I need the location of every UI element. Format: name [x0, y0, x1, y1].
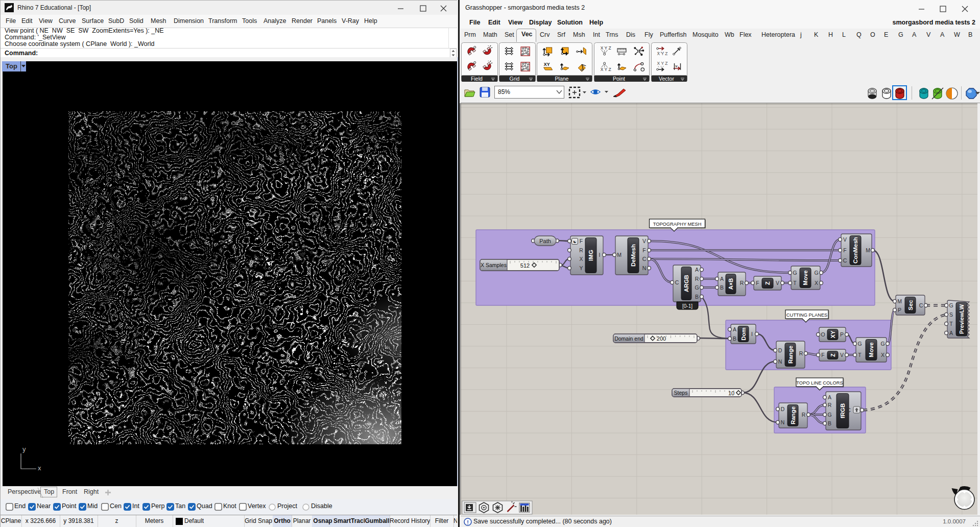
svg-text:y: y: [22, 445, 26, 453]
svg-text:D: D: [781, 406, 785, 412]
svg-text:Steps: Steps: [674, 390, 688, 396]
svg-text:Grid: Grid: [510, 76, 520, 82]
svg-text:X: X: [579, 256, 583, 262]
svg-text:G: G: [814, 270, 818, 276]
svg-text:C: C: [675, 279, 679, 285]
svg-text:X Samples: X Samples: [481, 262, 507, 268]
svg-text:X Y Z: X Y Z: [601, 45, 611, 51]
svg-text:C: C: [642, 256, 647, 262]
svg-text:S: S: [949, 312, 953, 318]
svg-text:Plane: Plane: [555, 76, 569, 82]
svg-text:F: F: [756, 280, 759, 286]
svg-text:G: G: [880, 341, 885, 347]
svg-text:N: N: [642, 265, 647, 271]
svg-text:[0-1]: [0-1]: [682, 303, 692, 309]
svg-text:O: O: [821, 331, 825, 338]
svg-text:D: D: [778, 347, 782, 353]
svg-text:Range: Range: [790, 406, 796, 424]
svg-text:B: B: [720, 284, 724, 291]
svg-text:10: 10: [728, 390, 734, 396]
svg-text:F: F: [642, 247, 646, 253]
svg-text:G: G: [857, 341, 862, 347]
svg-text:X: X: [815, 280, 818, 286]
svg-text:Field: Field: [471, 76, 483, 82]
svg-text:X Y Z: X Y Z: [657, 61, 668, 66]
svg-text:Range: Range: [787, 346, 794, 364]
svg-text:C: C: [847, 407, 851, 413]
svg-text:X Y Z: X Y Z: [601, 67, 611, 72]
svg-text:☯: ☯: [573, 239, 577, 244]
svg-text:B: B: [828, 420, 831, 426]
svg-text:Z: Z: [830, 353, 836, 357]
svg-text:P: P: [898, 307, 901, 313]
svg-text:Y: Y: [579, 265, 583, 271]
svg-text:ConMesh: ConMesh: [852, 237, 858, 264]
svg-text:I: I: [599, 252, 601, 258]
svg-text:C: C: [919, 302, 923, 308]
svg-text:ARGB: ARGB: [683, 275, 689, 292]
svg-text:V: V: [776, 280, 779, 286]
svg-text:R: R: [799, 350, 803, 356]
svg-text:G: G: [793, 270, 797, 276]
svg-text:M: M: [866, 247, 870, 253]
svg-text:T: T: [858, 352, 862, 358]
svg-text:X Y Z: X Y Z: [657, 51, 668, 56]
svg-text:DeMesh: DeMesh: [630, 244, 636, 267]
svg-text:Point: Point: [613, 76, 625, 82]
svg-text:B: B: [695, 294, 699, 300]
svg-text:P: P: [840, 331, 844, 338]
svg-text:R: R: [695, 276, 699, 282]
svg-text:G: G: [827, 412, 831, 418]
svg-text:TOPOGRAPHY MESH: TOPOGRAPHY MESH: [653, 222, 702, 227]
svg-text:N: N: [781, 419, 785, 425]
svg-text:A: A: [695, 267, 699, 273]
svg-text:N: N: [778, 358, 782, 365]
svg-text:F: F: [821, 352, 824, 358]
svg-text:T: T: [793, 280, 797, 286]
svg-text:Z: Z: [764, 281, 771, 285]
svg-text:M: M: [617, 252, 622, 258]
svg-text:XY: XY: [544, 62, 550, 67]
svg-text:XY: XY: [830, 330, 836, 338]
svg-text:G: G: [949, 302, 953, 308]
svg-text:R: R: [740, 280, 744, 286]
svg-text:R: R: [802, 412, 806, 418]
svg-text:F: F: [580, 238, 583, 244]
svg-text:I: I: [751, 331, 753, 337]
svg-text:PreviewLW: PreviewLW: [959, 304, 965, 334]
svg-text:V: V: [642, 238, 646, 244]
svg-text:A: A: [828, 394, 831, 400]
svg-text:512: 512: [520, 262, 530, 269]
svg-text:C: C: [843, 257, 847, 264]
svg-text:A×B: A×B: [728, 278, 734, 290]
svg-text:M: M: [897, 298, 902, 304]
svg-text:Move: Move: [868, 342, 874, 357]
svg-text:A: A: [733, 326, 736, 332]
svg-text:!: !: [467, 519, 469, 525]
svg-text:B: B: [733, 336, 736, 342]
svg-text:CUTTING PLANES: CUTTING PLANES: [786, 313, 828, 318]
svg-text:IMG: IMG: [588, 250, 594, 261]
svg-text:F: F: [843, 247, 846, 253]
svg-text:X: X: [881, 352, 885, 358]
svg-text:Domain end: Domain end: [614, 336, 643, 342]
svg-text:V: V: [843, 236, 847, 243]
svg-text:R: R: [579, 247, 583, 253]
svg-text:Move: Move: [802, 270, 808, 285]
svg-text:TOPO LINE COLORS: TOPO LINE COLORS: [796, 380, 843, 386]
svg-text:R: R: [828, 402, 832, 408]
svg-text:A: A: [720, 276, 724, 282]
svg-text:Vector: Vector: [659, 76, 674, 82]
svg-text:Sec: Sec: [907, 300, 914, 310]
svg-text:V: V: [840, 352, 844, 358]
svg-text:Dom: Dom: [740, 327, 747, 341]
svg-text:Path: Path: [539, 238, 551, 244]
svg-text:200: 200: [657, 336, 666, 342]
svg-text:x: x: [38, 464, 41, 472]
svg-text:A: A: [949, 330, 953, 336]
svg-text:fRGB: fRGB: [840, 403, 846, 418]
svg-text:T: T: [949, 321, 953, 327]
svg-text:G: G: [695, 284, 699, 291]
